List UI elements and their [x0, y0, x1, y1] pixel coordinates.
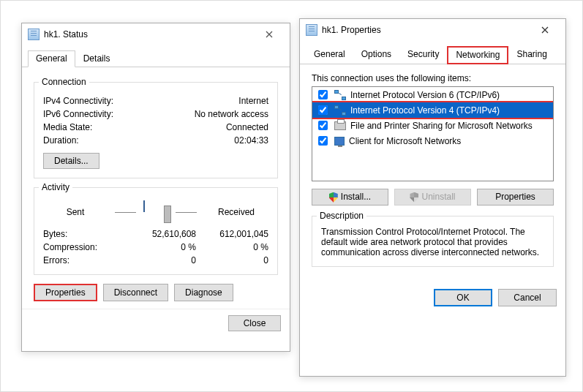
connection-items-list[interactable]: Internet Protocol Version 6 (TCP/IPv6)In…	[312, 86, 554, 181]
printer-icon	[334, 121, 346, 130]
item-properties-button[interactable]: Properties	[477, 189, 554, 206]
errors-sent: 0	[124, 255, 196, 265]
adapter-icon	[306, 24, 317, 36]
ipv4-label: IPv4 Connectivity:	[43, 96, 113, 106]
shield-icon	[329, 192, 338, 203]
media-value: Connected	[226, 122, 268, 132]
divider-right	[176, 212, 197, 213]
tab-networking[interactable]: Networking	[447, 46, 508, 64]
props-title: hk1. Properties	[322, 25, 530, 35]
shield-icon	[410, 192, 418, 203]
item-checkbox[interactable]	[318, 90, 328, 99]
compression-recv: 0 %	[196, 242, 268, 252]
tab-details[interactable]: Details	[75, 50, 119, 67]
item-label: Internet Protocol Version 6 (TCP/IPv6)	[350, 90, 500, 100]
sent-label: Sent	[43, 207, 108, 217]
item-label: Internet Protocol Version 4 (TCP/IPv4)	[350, 105, 500, 116]
list-item[interactable]: File and Printer Sharing for Microsoft N…	[312, 118, 553, 133]
list-item[interactable]: Client for Microsoft Networks	[312, 133, 553, 148]
list-item[interactable]: Internet Protocol Version 4 (TCP/IPv4)	[312, 102, 553, 118]
item-label: Client for Microsoft Networks	[349, 136, 461, 146]
item-checkbox[interactable]	[318, 105, 328, 115]
activity-legend: Activity	[39, 182, 72, 192]
item-checkbox[interactable]	[318, 136, 328, 146]
description-group: Description Transmission Control Protoco…	[312, 216, 554, 267]
connection-group: Connection IPv4 Connectivity:Internet IP…	[34, 82, 278, 178]
conn-list-label: This connection uses the following items…	[312, 73, 554, 83]
status-window: hk1. Status General Details Connection I…	[21, 23, 290, 352]
duration-label: Duration:	[43, 135, 79, 146]
network-icon	[334, 90, 346, 100]
properties-button[interactable]: Properties	[34, 284, 97, 301]
install-label: Install...	[341, 192, 371, 202]
props-footer: OK Cancel	[300, 283, 565, 315]
description-text: Transmission Control Protocol/Internet P…	[321, 227, 544, 257]
errors-label: Errors:	[43, 255, 124, 265]
tab-options[interactable]: Options	[353, 46, 399, 64]
ipv4-value: Internet	[238, 96, 268, 106]
uninstall-label: Uninstall	[421, 192, 455, 202]
cancel-button[interactable]: Cancel	[498, 289, 557, 306]
media-label: Media State:	[43, 122, 92, 132]
activity-group: Activity Sent Received Bytes: 52,610,608…	[34, 187, 278, 275]
tab-security[interactable]: Security	[399, 46, 447, 64]
status-body: Connection IPv4 Connectivity:Internet IP…	[22, 67, 290, 309]
ok-button[interactable]: OK	[434, 289, 492, 306]
bytes-recv: 612,001,045	[196, 229, 268, 239]
received-label: Received	[204, 207, 268, 217]
ipv6-label: IPv6 Connectivity:	[43, 109, 113, 119]
tab-general[interactable]: General	[28, 50, 75, 67]
close-icon[interactable]	[255, 26, 284, 42]
bytes-label: Bytes:	[43, 229, 124, 239]
details-button[interactable]: Details...	[43, 153, 99, 169]
ipv6-value: No network access	[195, 109, 268, 119]
uninstall-button: Uninstall	[394, 189, 471, 206]
item-label: File and Printer Sharing for Microsoft N…	[350, 121, 533, 131]
props-titlebar[interactable]: hk1. Properties	[300, 19, 565, 41]
close-icon[interactable]	[530, 22, 560, 38]
status-actions: Properties Disconnect Diagnose	[34, 284, 278, 301]
errors-recv: 0	[196, 255, 268, 265]
status-titlebar[interactable]: hk1. Status	[22, 23, 290, 45]
bytes-sent: 52,610,608	[124, 229, 196, 239]
properties-window: hk1. Properties General Options Security…	[299, 18, 566, 377]
description-legend: Description	[317, 211, 366, 221]
close-button[interactable]: Close	[228, 315, 281, 331]
compression-sent: 0 %	[124, 242, 196, 252]
install-button[interactable]: Install...	[312, 189, 388, 206]
disconnect-button[interactable]: Disconnect	[103, 284, 168, 301]
adapter-icon	[28, 29, 40, 40]
status-footer: Close	[22, 309, 290, 340]
status-tabstrip: General Details	[22, 45, 290, 67]
status-title: hk1. Status	[44, 29, 255, 39]
network-icon	[334, 105, 346, 116]
item-checkbox[interactable]	[318, 121, 328, 130]
connection-legend: Connection	[39, 77, 89, 87]
duration-value: 02:04:33	[234, 135, 268, 146]
diagnose-button[interactable]: Diagnose	[174, 284, 233, 301]
props-tabstrip: General Options Security Networking Shar…	[300, 41, 565, 64]
tab-sharing[interactable]: Sharing	[508, 46, 554, 64]
tab-general[interactable]: General	[306, 46, 353, 64]
list-item[interactable]: Internet Protocol Version 6 (TCP/IPv6)	[312, 87, 553, 102]
computer-icon	[143, 201, 168, 223]
client-icon	[334, 137, 345, 146]
divider-left	[115, 212, 136, 213]
props-body: This connection uses the following items…	[300, 64, 565, 283]
compression-label: Compression:	[43, 242, 124, 252]
